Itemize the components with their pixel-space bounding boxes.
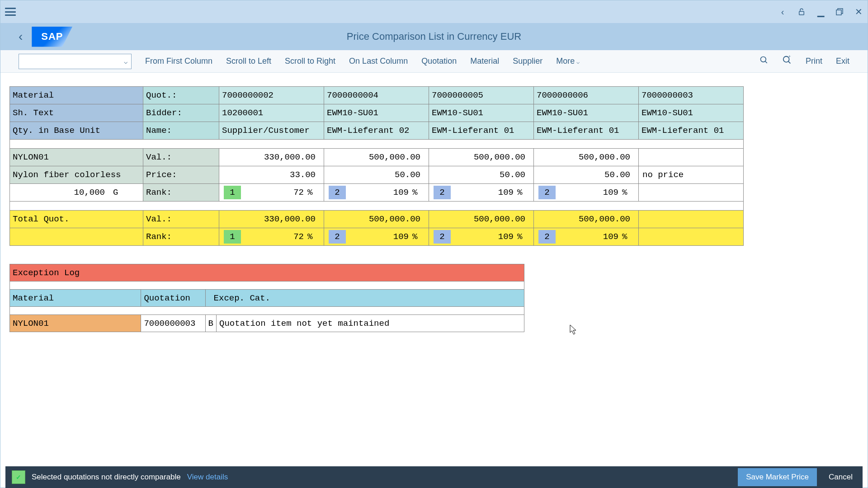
quote-number[interactable]: 7000000003	[639, 87, 743, 104]
price-cell: 50.00	[534, 166, 638, 183]
command-field[interactable]: ⌵	[19, 54, 132, 69]
chevron-down-icon: ⌵	[124, 58, 127, 65]
sap-logo: SAP	[32, 27, 72, 47]
rank-cell-empty	[639, 184, 743, 201]
quotation-button[interactable]: Quotation	[421, 56, 457, 66]
search-icon[interactable]	[760, 56, 769, 67]
price-comparison-grid: Material Quot.: 7000000002 7000000004 70…	[9, 86, 744, 246]
maximize-icon[interactable]	[835, 7, 844, 16]
ex-message: Quotation item not yet maintained	[217, 315, 524, 332]
chevron-down-icon: ⌵	[576, 59, 580, 65]
on-last-column-button[interactable]: On Last Column	[349, 56, 408, 66]
quote-number[interactable]: 7000000002	[219, 87, 324, 104]
back-nav-icon[interactable]: ‹	[778, 7, 787, 16]
scroll-right-button[interactable]: Scroll to Right	[285, 56, 335, 66]
total-rank: 172%	[219, 228, 324, 245]
hdr-shtext: Sh. Text	[10, 104, 143, 122]
ex-hdr-excep: Excep. Cat.	[205, 290, 524, 307]
total-val-empty	[639, 211, 743, 228]
hdr-bidder: Bidder:	[143, 104, 219, 122]
hdr-quot: Quot.:	[143, 87, 219, 104]
total-val-label: Val.:	[143, 211, 219, 228]
cancel-button[interactable]: Cancel	[825, 468, 856, 486]
app-header: ‹ SAP Price Comparison List in Currency …	[0, 23, 868, 50]
rank-cell: 2109%	[429, 184, 533, 201]
price-cell: 50.00	[429, 166, 533, 183]
ex-hdr-quotation: Quotation	[141, 290, 205, 307]
ex-category: B	[205, 315, 216, 332]
no-price-cell: no price	[639, 166, 743, 183]
content-area: Material Quot.: 7000000002 7000000004 70…	[0, 73, 868, 488]
total-label: Total Quot.	[10, 211, 143, 228]
material-val-row: NYLON01 Val.: 330,000.00 500,000.00 500,…	[10, 149, 744, 166]
bidder-value: EWM10-SU01	[639, 104, 743, 122]
rank-label: Rank:	[143, 184, 219, 201]
exception-row: NYLON01 7000000003 B Quotation item not …	[10, 315, 524, 332]
exit-button[interactable]: Exit	[836, 56, 849, 66]
supplier-name: EWM-Lieferant 01	[639, 122, 743, 139]
page-title: Price Comparison List in Currency EUR	[347, 31, 521, 42]
exception-log: Exception Log Material Quotation Excep. …	[9, 264, 524, 332]
menu-icon[interactable]	[5, 8, 16, 16]
val-cell: 500,000.00	[324, 149, 429, 166]
hdr-name: Name:	[143, 122, 219, 139]
material-price-row: Nylon fiber colorless Price: 33.00 50.00…	[10, 166, 744, 184]
exception-title: Exception Log	[10, 264, 524, 282]
bidder-value: EWM10-SU01	[324, 104, 429, 122]
val-cell: 500,000.00	[534, 149, 638, 166]
ex-quotation[interactable]: 7000000003	[141, 315, 205, 332]
supplier-button[interactable]: Supplier	[513, 56, 542, 66]
rank-cell: 2109%	[324, 184, 429, 201]
from-first-column-button[interactable]: From First Column	[145, 56, 212, 66]
bidder-value: EWM10-SU01	[429, 104, 533, 122]
qty-cell: 10,000G	[10, 184, 143, 201]
total-rank-row: Rank: 172% 2109% 2109% 2109%	[10, 228, 744, 246]
status-footer: ✓ Selected quotations not directly compa…	[5, 466, 863, 488]
total-rank: 2109%	[429, 228, 533, 245]
back-button[interactable]: ‹	[9, 29, 32, 44]
print-button[interactable]: Print	[806, 56, 822, 66]
total-val: 500,000.00	[324, 211, 429, 228]
rank-cell: 172%	[219, 184, 324, 201]
svg-point-2	[760, 57, 766, 62]
rank-cell: 2109%	[534, 184, 638, 201]
quote-number[interactable]: 7000000004	[324, 87, 429, 104]
window-titlebar: ‹ ▁ ✕	[0, 0, 868, 23]
bidder-value: 10200001	[219, 104, 324, 122]
hdr-qtybase: Qty. in Base Unit	[10, 122, 143, 139]
svg-rect-1	[836, 10, 841, 15]
status-message: Selected quotations not directly compara…	[32, 473, 181, 482]
ex-hdr-material: Material	[10, 290, 141, 307]
ex-material[interactable]: NYLON01	[10, 315, 141, 332]
hdr-material: Material	[10, 87, 143, 104]
lock-icon[interactable]	[797, 7, 806, 16]
total-rank-empty	[639, 228, 743, 245]
price-cell: 50.00	[324, 166, 429, 183]
svg-line-5	[788, 61, 791, 64]
total-val: 330,000.00	[219, 211, 324, 228]
supplier-name: EWM-Lieferant 01	[534, 122, 638, 139]
scroll-left-button[interactable]: Scroll to Left	[226, 56, 271, 66]
supplier-name: EWM-Lieferant 01	[429, 122, 533, 139]
save-market-price-button[interactable]: Save Market Price	[738, 468, 817, 486]
price-label: Price:	[143, 166, 219, 183]
svg-line-3	[765, 61, 767, 63]
material-button[interactable]: Material	[470, 56, 499, 66]
material-id[interactable]: NYLON01	[10, 149, 143, 166]
supplier-name: EWM-Lieferant 02	[324, 122, 429, 139]
more-button[interactable]: More⌵	[556, 56, 580, 66]
header-row: Material Quot.: 7000000002 7000000004 70…	[10, 87, 744, 104]
total-blank	[10, 228, 143, 245]
bidder-row: Sh. Text Bidder: 10200001 EWM10-SU01 EWM…	[10, 104, 744, 122]
name-row: Qty. in Base Unit Name: Supplier/Custome…	[10, 122, 744, 140]
svg-rect-0	[799, 11, 804, 15]
search-plus-icon[interactable]: +	[782, 55, 792, 67]
total-rank: 2109%	[534, 228, 638, 245]
val-cell: 330,000.00	[219, 149, 324, 166]
quote-number[interactable]: 7000000006	[534, 87, 638, 104]
close-icon[interactable]: ✕	[854, 7, 863, 16]
val-cell: 500,000.00	[429, 149, 533, 166]
view-details-link[interactable]: View details	[187, 473, 228, 482]
minimize-icon[interactable]: ▁	[816, 7, 825, 16]
quote-number[interactable]: 7000000005	[429, 87, 533, 104]
